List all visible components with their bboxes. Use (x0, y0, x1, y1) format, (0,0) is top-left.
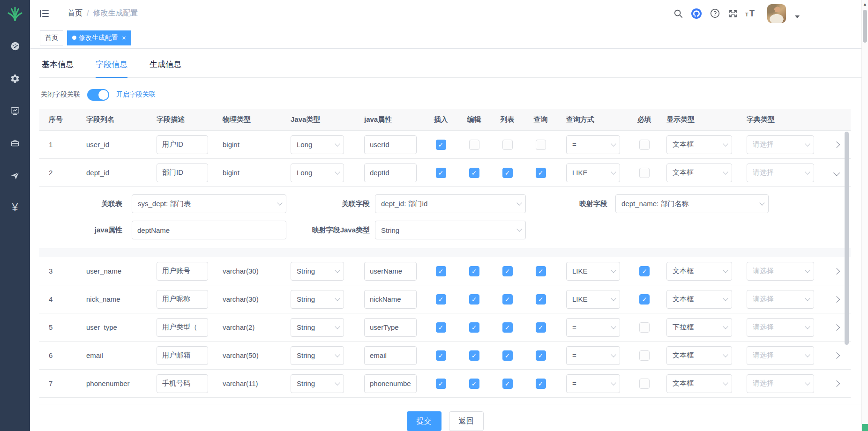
dict-type-select[interactable]: 请选择 (747, 374, 814, 393)
tab-field-info[interactable]: 字段信息 (96, 59, 127, 77)
required-checkbox[interactable] (639, 294, 650, 305)
question-icon[interactable] (709, 7, 721, 20)
query-checkbox[interactable] (536, 322, 546, 333)
column-desc-input[interactable] (157, 374, 208, 393)
page-scrollbar[interactable]: ▲ (861, 0, 868, 431)
required-checkbox[interactable] (639, 140, 650, 150)
display-type-select[interactable]: 下拉框 (666, 318, 732, 337)
java-type-select[interactable]: String (291, 374, 344, 393)
search-icon[interactable] (672, 7, 684, 20)
expand-row-icon[interactable] (833, 324, 840, 330)
query-type-select[interactable]: LIKE (566, 262, 620, 281)
column-desc-input[interactable] (157, 346, 208, 365)
github-icon[interactable] (690, 7, 703, 20)
assoc-table-select[interactable]: sys_dept: 部门表 (132, 194, 286, 213)
column-desc-input[interactable] (157, 290, 208, 309)
chevron-down-icon[interactable] (795, 15, 800, 18)
insert-checkbox[interactable] (436, 266, 446, 276)
java-attr-input[interactable] (364, 374, 417, 393)
sidebar-item-tools[interactable] (0, 127, 30, 159)
map-java-type-select[interactable]: String (375, 221, 526, 239)
tag-current[interactable]: 修改生成配置× (67, 30, 131, 45)
display-type-select[interactable]: 文本框 (666, 346, 732, 365)
query-type-select[interactable]: = (566, 346, 620, 365)
java-attr-input[interactable] (364, 318, 417, 337)
java-attr-input[interactable] (364, 163, 417, 182)
query-checkbox[interactable] (536, 350, 546, 361)
column-desc-input[interactable] (157, 163, 208, 182)
display-type-select[interactable]: 文本框 (666, 135, 732, 154)
query-checkbox[interactable] (536, 379, 546, 389)
insert-checkbox[interactable] (436, 322, 446, 333)
expand-row-icon[interactable] (833, 352, 840, 358)
query-type-select[interactable]: LIKE (566, 290, 620, 309)
java-attr-input[interactable] (364, 346, 417, 365)
list-checkbox[interactable] (502, 322, 513, 333)
java-type-select[interactable]: String (291, 318, 344, 337)
query-type-select[interactable]: = (566, 374, 620, 393)
java-type-select[interactable]: String (291, 346, 344, 365)
fullscreen-icon[interactable] (727, 7, 739, 20)
close-icon[interactable]: × (122, 34, 126, 42)
table-scrollbar[interactable] (845, 132, 849, 345)
java-type-select[interactable]: String (291, 290, 344, 309)
java-attr-input[interactable] (364, 135, 417, 154)
scrollbar-thumb[interactable] (863, 10, 867, 43)
avatar[interactable] (767, 4, 786, 23)
display-type-select[interactable]: 文本框 (666, 262, 732, 281)
font-size-icon[interactable]: T T (745, 7, 757, 20)
submit-button[interactable]: 提交 (407, 411, 441, 431)
tag-home[interactable]: 首页 (40, 30, 63, 45)
list-checkbox[interactable] (502, 140, 513, 150)
query-type-select[interactable]: = (566, 318, 620, 337)
edit-checkbox[interactable] (469, 350, 479, 361)
list-checkbox[interactable] (502, 294, 513, 305)
edit-checkbox[interactable] (469, 266, 479, 276)
dict-type-select[interactable]: 请选择 (747, 262, 814, 281)
dict-type-select[interactable]: 请选择 (747, 135, 814, 154)
association-on-label[interactable]: 开启字段关联 (116, 90, 156, 99)
column-desc-input[interactable] (157, 318, 208, 337)
java-attr-input[interactable] (364, 262, 417, 281)
required-checkbox[interactable] (639, 379, 650, 389)
list-checkbox[interactable] (502, 379, 513, 389)
edit-checkbox[interactable] (469, 140, 479, 150)
tab-generate-info[interactable]: 生成信息 (150, 59, 181, 77)
assoc-java-attr-input[interactable] (132, 221, 286, 239)
list-checkbox[interactable] (502, 350, 513, 361)
column-desc-input[interactable] (157, 262, 208, 281)
dict-type-select[interactable]: 请选择 (747, 163, 814, 182)
insert-checkbox[interactable] (436, 350, 446, 361)
expand-row-icon[interactable] (833, 296, 840, 302)
sidebar-item-finance[interactable]: ¥ (0, 192, 30, 224)
query-checkbox[interactable] (536, 140, 546, 150)
query-type-select[interactable]: LIKE (566, 163, 620, 182)
required-checkbox[interactable] (639, 350, 650, 361)
sidebar-item-system[interactable] (0, 62, 30, 95)
query-checkbox[interactable] (536, 168, 546, 178)
list-checkbox[interactable] (502, 266, 513, 276)
edit-checkbox[interactable] (469, 379, 479, 389)
java-type-select[interactable]: Long (291, 135, 344, 154)
sidebar-item-dashboard[interactable] (0, 30, 30, 62)
required-checkbox[interactable] (639, 168, 650, 178)
query-checkbox[interactable] (536, 294, 546, 305)
sidebar-item-monitor[interactable] (0, 95, 30, 127)
dict-type-select[interactable]: 请选择 (747, 346, 814, 365)
sidebar-item-guide[interactable] (0, 159, 30, 192)
insert-checkbox[interactable] (436, 294, 446, 305)
query-checkbox[interactable] (536, 266, 546, 276)
edit-checkbox[interactable] (469, 294, 479, 305)
java-type-select[interactable]: String (291, 262, 344, 281)
java-type-select[interactable]: Long (291, 163, 344, 182)
list-checkbox[interactable] (502, 168, 513, 178)
association-toggle[interactable] (87, 89, 109, 101)
column-desc-input[interactable] (157, 135, 208, 154)
scroll-up-icon[interactable]: ▲ (863, 2, 867, 7)
breadcrumb-home[interactable]: 首页 (67, 8, 82, 18)
display-type-select[interactable]: 文本框 (666, 290, 732, 309)
required-checkbox[interactable] (639, 322, 650, 333)
insert-checkbox[interactable] (436, 140, 446, 150)
back-button[interactable]: 返回 (449, 411, 484, 431)
edit-checkbox[interactable] (469, 322, 479, 333)
